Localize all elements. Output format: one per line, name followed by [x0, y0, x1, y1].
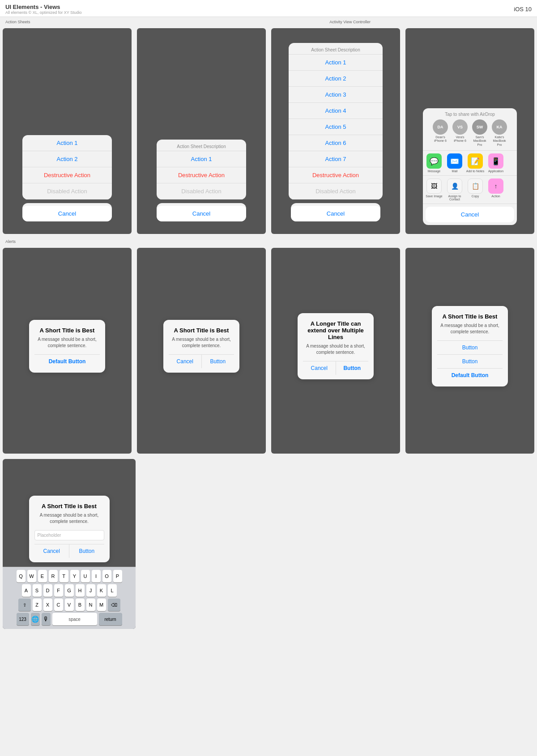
- key-o[interactable]: O: [102, 570, 111, 582]
- avatar-vs-circle: VS: [452, 119, 468, 135]
- key-v[interactable]: V: [65, 599, 74, 611]
- notes-icon: 📝: [468, 153, 483, 169]
- key-h[interactable]: H: [76, 584, 85, 597]
- app-notes[interactable]: 📝 Add to Notes: [466, 153, 485, 173]
- key-f[interactable]: F: [54, 584, 63, 597]
- action-item-3-5[interactable]: Action 5: [289, 119, 383, 135]
- key-globe[interactable]: 🌐: [31, 613, 40, 625]
- alert-input-button[interactable]: Button: [69, 544, 104, 558]
- key-x[interactable]: X: [43, 599, 52, 611]
- key-l[interactable]: L: [108, 584, 117, 597]
- action-item-3-2[interactable]: Action 2: [289, 71, 383, 87]
- copy-label: Copy: [472, 195, 479, 198]
- action-action[interactable]: ↑ Action: [486, 178, 505, 201]
- mail-icon: ✉️: [447, 153, 462, 169]
- action-item-2-1[interactable]: Action 1: [157, 151, 246, 167]
- cancel-sheet-1: Cancel: [22, 203, 112, 221]
- alert-3-cancel-btn[interactable]: Cancel: [303, 361, 336, 375]
- action-sheet-1: Action 1 Action 2 Destructive Action Dis…: [3, 135, 132, 225]
- key-123[interactable]: 123: [17, 613, 29, 625]
- disabled-action-2: Disabled Action: [157, 183, 246, 200]
- key-q[interactable]: Q: [17, 570, 26, 582]
- alert-4-button-1[interactable]: Button: [437, 340, 503, 354]
- key-a[interactable]: A: [22, 584, 31, 597]
- page-header: UI Elements - Views All elements © XL, o…: [0, 0, 537, 17]
- avatar-vs-label: Vera's iPhone 6: [451, 136, 469, 143]
- alert-input-cancel-btn[interactable]: Cancel: [34, 544, 70, 558]
- key-p[interactable]: P: [113, 570, 122, 582]
- alert-2-cancel-btn[interactable]: Cancel: [169, 355, 202, 368]
- key-shift[interactable]: ⇧: [18, 599, 31, 611]
- vc-cancel-btn[interactable]: Cancel: [426, 207, 514, 222]
- application-icon: 📱: [488, 153, 503, 169]
- alert-3-message: A message should be a short, complete se…: [303, 343, 368, 356]
- app-application[interactable]: 📱 Application: [486, 153, 505, 173]
- action-item-1[interactable]: Action 1: [22, 135, 112, 151]
- key-return[interactable]: return: [99, 613, 122, 625]
- action-copy[interactable]: 📋 Copy: [466, 178, 485, 201]
- disabled-action-1: Disabled Action: [22, 183, 112, 200]
- action-save-image[interactable]: 🖼 Save Image: [425, 178, 443, 201]
- alert-4-button-2[interactable]: Button: [437, 354, 503, 368]
- key-g[interactable]: G: [65, 584, 74, 597]
- action-sheets-label: Action Sheets Activity View Controller: [0, 17, 537, 25]
- alert-1-message: A message should be a short, complete se…: [34, 336, 100, 349]
- key-w[interactable]: W: [27, 570, 36, 582]
- action-item-3-3[interactable]: Action 3: [289, 87, 383, 103]
- activity-vc-panel: Tap to share with AirDrop DA Dean's iPho…: [423, 108, 517, 225]
- alert-input-field[interactable]: Placeholder: [34, 530, 104, 540]
- airdrop-avatar-sw[interactable]: SW Sam's MacBook Pro: [471, 119, 489, 147]
- key-c[interactable]: C: [54, 599, 63, 611]
- alert-2-btn-row: Cancel Button: [169, 354, 234, 368]
- key-b[interactable]: B: [76, 599, 85, 611]
- page-title: UI Elements - Views: [5, 4, 82, 10]
- airdrop-avatar-vs[interactable]: VS Vera's iPhone 6: [451, 119, 469, 147]
- cancel-btn-3[interactable]: Cancel: [291, 206, 380, 221]
- alert-2-message: A message should be a short, complete se…: [169, 336, 234, 349]
- alert-2: A Short Title is Best A message should b…: [163, 320, 239, 373]
- alert-3-button[interactable]: Button: [336, 361, 369, 375]
- key-s[interactable]: S: [33, 584, 42, 597]
- action-item-3-7[interactable]: Action 7: [289, 151, 383, 167]
- key-t[interactable]: T: [60, 570, 68, 582]
- alert-phone-4: A Short Title is Best A message should b…: [405, 248, 534, 454]
- key-k[interactable]: K: [97, 584, 106, 597]
- key-z[interactable]: Z: [33, 599, 42, 611]
- key-e[interactable]: E: [38, 570, 47, 582]
- action-item-3-4[interactable]: Action 4: [289, 103, 383, 119]
- cancel-btn-2[interactable]: Cancel: [157, 206, 246, 221]
- empty-space: [138, 456, 537, 632]
- app-message[interactable]: 💬 Message: [425, 153, 443, 173]
- alert-4: A Short Title is Best A message should b…: [432, 306, 508, 386]
- action-item-3-6[interactable]: Action 6: [289, 135, 383, 151]
- key-mic[interactable]: 🎙: [42, 613, 51, 625]
- alert-4-default-btn[interactable]: Default Button: [437, 368, 503, 382]
- save-image-label: Save Image: [426, 195, 442, 198]
- key-space[interactable]: space: [52, 613, 97, 625]
- key-j[interactable]: J: [86, 584, 95, 597]
- kb-row-3: ⇧ Z X C V B N M ⌫: [4, 599, 134, 611]
- key-d[interactable]: D: [43, 584, 52, 597]
- key-i[interactable]: I: [92, 570, 101, 582]
- destructive-action-1[interactable]: Destructive Action: [22, 167, 112, 183]
- key-delete[interactable]: ⌫: [108, 599, 120, 611]
- key-m[interactable]: M: [97, 599, 106, 611]
- key-r[interactable]: R: [49, 570, 58, 582]
- airdrop-avatar-ka[interactable]: KA Katie's MacBook Pro: [490, 119, 508, 147]
- key-u[interactable]: U: [81, 570, 90, 582]
- action-item-2[interactable]: Action 2: [22, 151, 112, 167]
- alert-2-button[interactable]: Button: [202, 355, 234, 368]
- app-mail[interactable]: ✉️ Mail: [445, 153, 464, 173]
- alert-1-default-btn[interactable]: Default Button: [34, 354, 100, 368]
- airdrop-avatar-da[interactable]: DA Dean's iPhone 6: [431, 119, 449, 147]
- key-n[interactable]: N: [86, 599, 95, 611]
- alert-2-title: A Short Title is Best: [169, 327, 234, 334]
- cancel-btn-1[interactable]: Cancel: [22, 206, 112, 221]
- destructive-action-3[interactable]: Destructive Action: [289, 167, 383, 183]
- message-label: Message: [428, 170, 440, 173]
- action-item-3-1[interactable]: Action 1: [289, 55, 383, 71]
- destructive-action-2[interactable]: Destructive Action: [157, 167, 246, 183]
- key-y[interactable]: Y: [70, 570, 79, 582]
- assign-contact-label: Assign to Contact: [445, 195, 464, 201]
- action-assign-contact[interactable]: 👤 Assign to Contact: [445, 178, 464, 201]
